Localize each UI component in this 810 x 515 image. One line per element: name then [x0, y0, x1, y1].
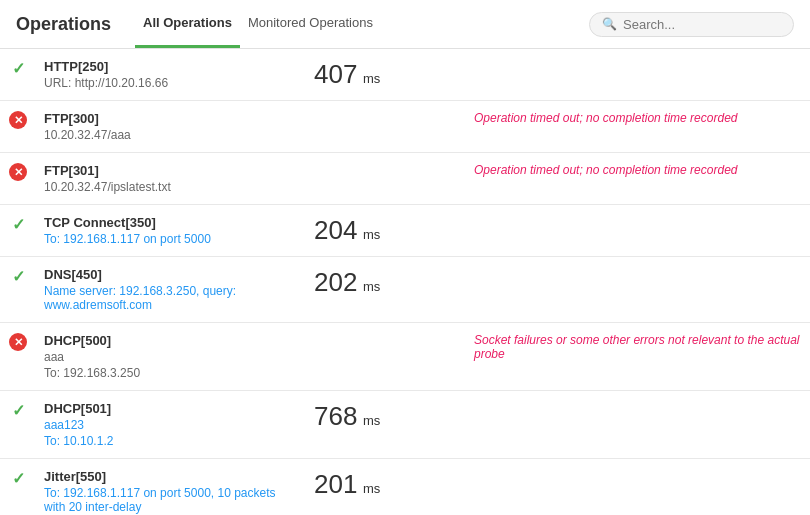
time-cell — [306, 153, 466, 205]
status-cell: ✓ — [0, 459, 36, 516]
operation-info: DHCP[500]aaaTo: 192.168.3.250 — [36, 323, 306, 391]
error-message — [466, 459, 810, 516]
search-icon: 🔍 — [602, 17, 617, 31]
table-row: ✓DNS[450]Name server: 192.168.3.250, que… — [0, 257, 810, 323]
operation-detail-2: To: 192.168.3.250 — [44, 366, 298, 380]
error-icon: ✕ — [9, 111, 27, 129]
time-cell: 202 ms — [306, 257, 466, 323]
operation-info: HTTP[250]URL: http://10.20.16.66 — [36, 49, 306, 101]
ok-icon: ✓ — [12, 216, 25, 233]
operation-info: DNS[450]Name server: 192.168.3.250, quer… — [36, 257, 306, 323]
error-message — [466, 205, 810, 257]
operation-info: Jitter[550]To: 192.168.1.117 on port 500… — [36, 459, 306, 516]
status-cell: ✕ — [0, 101, 36, 153]
time-unit: ms — [359, 279, 380, 294]
ok-icon: ✓ — [12, 470, 25, 487]
error-message — [466, 49, 810, 101]
status-cell: ✕ — [0, 153, 36, 205]
time-value: 202 — [314, 267, 357, 297]
table-row: ✓TCP Connect[350]To: 192.168.1.117 on po… — [0, 205, 810, 257]
header: Operations All Operations Monitored Oper… — [0, 0, 810, 49]
page-title: Operations — [16, 14, 111, 35]
operation-detail: URL: http://10.20.16.66 — [44, 76, 298, 90]
operation-name: Jitter[550] — [44, 469, 298, 484]
operation-detail: aaa123 — [44, 418, 298, 432]
operation-name: DNS[450] — [44, 267, 298, 282]
table-row: ✕FTP[301]10.20.32.47/ipslatest.txtOperat… — [0, 153, 810, 205]
tabs: All Operations Monitored Operations — [135, 0, 381, 48]
error-message: Operation timed out; no completion time … — [466, 101, 810, 153]
tab-monitored-operations[interactable]: Monitored Operations — [240, 0, 381, 48]
status-cell: ✕ — [0, 323, 36, 391]
table-row: ✕FTP[300]10.20.32.47/aaaOperation timed … — [0, 101, 810, 153]
time-cell — [306, 323, 466, 391]
table-row: ✓DHCP[501]aaa123To: 10.10.1.2768 ms — [0, 391, 810, 459]
search-box[interactable]: 🔍 — [589, 12, 794, 37]
time-cell: 407 ms — [306, 49, 466, 101]
operation-detail-2: To: 10.10.1.2 — [44, 434, 298, 448]
ok-icon: ✓ — [12, 60, 25, 77]
table-row: ✓Jitter[550]To: 192.168.1.117 on port 50… — [0, 459, 810, 516]
operation-detail: To: 192.168.1.117 on port 5000, 10 packe… — [44, 486, 298, 514]
operation-detail: 10.20.32.47/aaa — [44, 128, 298, 142]
status-cell: ✓ — [0, 391, 36, 459]
operation-info: DHCP[501]aaa123To: 10.10.1.2 — [36, 391, 306, 459]
operations-table: ✓HTTP[250]URL: http://10.20.16.66407 ms✕… — [0, 49, 810, 515]
ok-icon: ✓ — [12, 402, 25, 419]
operation-name: FTP[300] — [44, 111, 298, 126]
time-value: 201 — [314, 469, 357, 499]
status-cell: ✓ — [0, 205, 36, 257]
time-cell: 204 ms — [306, 205, 466, 257]
time-cell: 768 ms — [306, 391, 466, 459]
operation-name: TCP Connect[350] — [44, 215, 298, 230]
error-icon: ✕ — [9, 163, 27, 181]
table-row: ✕DHCP[500]aaaTo: 192.168.3.250Socket fai… — [0, 323, 810, 391]
time-unit: ms — [359, 413, 380, 428]
error-message — [466, 391, 810, 459]
time-cell — [306, 101, 466, 153]
error-message: Operation timed out; no completion time … — [466, 153, 810, 205]
operation-name: DHCP[501] — [44, 401, 298, 416]
search-input[interactable] — [623, 17, 781, 32]
operation-detail: To: 192.168.1.117 on port 5000 — [44, 232, 298, 246]
operation-info: FTP[300]10.20.32.47/aaa — [36, 101, 306, 153]
operation-info: FTP[301]10.20.32.47/ipslatest.txt — [36, 153, 306, 205]
operation-detail: 10.20.32.47/ipslatest.txt — [44, 180, 298, 194]
time-value: 204 — [314, 215, 357, 245]
ok-icon: ✓ — [12, 268, 25, 285]
error-message: Socket failures or some other errors not… — [466, 323, 810, 391]
error-message — [466, 257, 810, 323]
time-value: 407 — [314, 59, 357, 89]
time-unit: ms — [359, 481, 380, 496]
operation-detail: aaa — [44, 350, 298, 364]
status-cell: ✓ — [0, 49, 36, 101]
operation-name: DHCP[500] — [44, 333, 298, 348]
operation-info: TCP Connect[350]To: 192.168.1.117 on por… — [36, 205, 306, 257]
table-row: ✓HTTP[250]URL: http://10.20.16.66407 ms — [0, 49, 810, 101]
operation-name: HTTP[250] — [44, 59, 298, 74]
time-value: 768 — [314, 401, 357, 431]
operation-detail: Name server: 192.168.3.250, query: www.a… — [44, 284, 298, 312]
time-unit: ms — [359, 71, 380, 86]
operation-name: FTP[301] — [44, 163, 298, 178]
time-unit: ms — [359, 227, 380, 242]
error-icon: ✕ — [9, 333, 27, 351]
time-cell: 201 ms — [306, 459, 466, 516]
tab-all-operations[interactable]: All Operations — [135, 0, 240, 48]
status-cell: ✓ — [0, 257, 36, 323]
